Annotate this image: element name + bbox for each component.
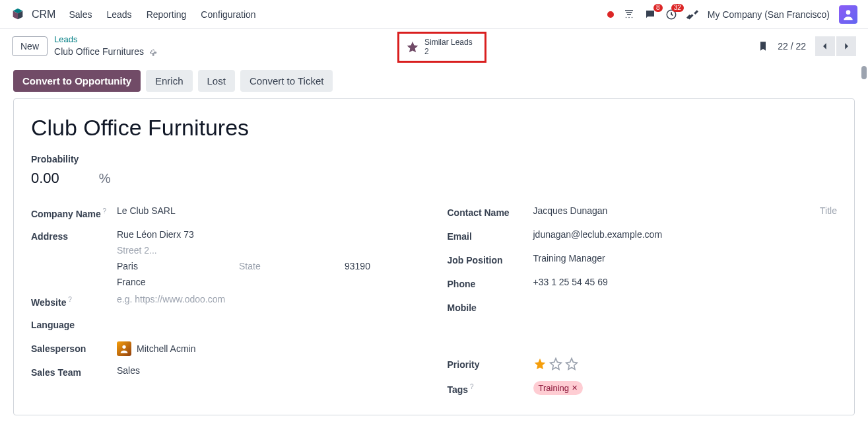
language-label: Language — [31, 318, 117, 330]
scrollbar-thumb[interactable] — [861, 66, 867, 79]
contact-name-label: Contact Name — [448, 205, 533, 218]
state-input[interactable]: State — [239, 261, 345, 271]
svg-point-1 — [628, 17, 630, 18]
svg-point-2 — [632, 17, 633, 18]
star-icon — [406, 40, 419, 53]
street2-input[interactable]: Street 2... — [117, 245, 421, 256]
activities-badge: 32 — [671, 4, 684, 12]
zip-input[interactable]: 93190 — [345, 261, 370, 271]
nav-menu: Sales Leads Reporting Configuration — [69, 9, 255, 20]
pager-text[interactable]: 22 / 22 — [778, 41, 806, 52]
tag-remove-icon[interactable]: ✕ — [572, 384, 578, 392]
form-sheet: Club Office Furnitures Probability 0.00 … — [13, 98, 855, 415]
similar-leads-label: Similar Leads — [424, 38, 473, 47]
phone-label: Phone — [448, 277, 533, 289]
form-columns: Company Name Le Club SARL Address Rue Lé… — [31, 205, 837, 405]
breadcrumb-current: Club Office Furnitures — [54, 46, 157, 57]
salesperson-value[interactable]: Mitchell Acmin — [117, 341, 421, 356]
breadcrumb-parent[interactable]: Leads — [54, 34, 157, 46]
nav-item-sales[interactable]: Sales — [69, 9, 92, 20]
enrich-button[interactable]: Enrich — [146, 70, 193, 92]
probability-value[interactable]: 0.00 — [31, 170, 59, 187]
convert-ticket-button[interactable]: Convert to Ticket — [240, 70, 333, 92]
job-label: Job Position — [448, 253, 533, 265]
svg-point-5 — [122, 345, 125, 349]
recording-indicator-icon — [607, 11, 614, 18]
svg-point-0 — [626, 17, 627, 18]
tools-icon[interactable] — [686, 9, 698, 20]
tags-value[interactable]: Training ✕ — [533, 381, 838, 395]
phone-icon[interactable] — [623, 9, 635, 20]
breadcrumb-current-text: Club Office Furnitures — [54, 46, 144, 57]
app-name[interactable]: CRM — [32, 9, 55, 20]
convert-opportunity-button[interactable]: Convert to Opportunity — [13, 70, 141, 92]
similar-leads-count: 2 — [424, 47, 473, 56]
contact-name-value[interactable]: Jacques Dunagan — [533, 205, 807, 216]
street1-input[interactable]: Rue Léon Dierx 73 — [117, 229, 421, 240]
lost-button[interactable]: Lost — [198, 70, 235, 92]
probability-percent: % — [99, 171, 111, 186]
pager-prev-button[interactable] — [815, 36, 835, 56]
mobile-label: Mobile — [448, 300, 533, 313]
contact-title-input[interactable]: Title — [820, 205, 837, 216]
messages-icon[interactable]: 8 — [644, 9, 656, 20]
user-avatar[interactable] — [839, 5, 857, 24]
salesperson-avatar-icon — [117, 341, 131, 356]
bookmark-icon[interactable] — [758, 41, 768, 52]
company-name-value[interactable]: Le Club SARL — [117, 205, 421, 216]
left-column: Company Name Le Club SARL Address Rue Lé… — [31, 205, 421, 405]
sales-team-label: Sales Team — [31, 365, 117, 378]
svg-point-4 — [846, 10, 851, 15]
subheader: New Leads Club Office Furnitures Similar… — [0, 29, 868, 63]
nav-item-configuration[interactable]: Configuration — [201, 9, 255, 20]
website-input[interactable]: e.g. https://www.odoo.com — [117, 294, 421, 304]
record-title[interactable]: Club Office Furnitures — [31, 115, 837, 141]
city-input[interactable]: Paris — [117, 261, 239, 271]
website-label: Website — [31, 294, 117, 308]
contact-name-row: Jacques Dunagan Title — [533, 205, 838, 216]
tag-training[interactable]: Training ✕ — [533, 381, 583, 395]
phone-value[interactable]: +33 1 25 54 45 69 — [533, 277, 838, 287]
country-input[interactable]: France — [117, 277, 421, 287]
tags-label: Tags — [448, 381, 533, 395]
similar-leads-button[interactable]: Similar Leads 2 — [397, 32, 486, 63]
new-button[interactable]: New — [12, 36, 48, 56]
email-label: Email — [448, 229, 533, 242]
nav-item-reporting[interactable]: Reporting — [147, 9, 187, 20]
job-value[interactable]: Training Manager — [533, 253, 838, 264]
email-value[interactable]: jdunagan@leclub.example.com — [533, 229, 838, 240]
pager-next-button[interactable] — [836, 36, 856, 56]
star-1-icon[interactable] — [533, 357, 547, 370]
subheader-right: 22 / 22 — [758, 36, 856, 56]
topbar-right: 8 32 My Company (San Francisco) — [607, 5, 857, 24]
right-column: Contact Name Jacques Dunagan Title Email… — [448, 205, 838, 405]
company-selector[interactable]: My Company (San Francisco) — [708, 9, 830, 20]
probability-row: 0.00 % — [31, 170, 837, 187]
priority-stars[interactable] — [533, 357, 838, 370]
priority-label: Priority — [448, 357, 533, 370]
topbar: CRM Sales Leads Reporting Configuration … — [0, 0, 868, 29]
gear-icon[interactable] — [148, 47, 157, 56]
activities-icon[interactable]: 32 — [665, 9, 677, 20]
app-logo-icon[interactable] — [11, 7, 25, 22]
sales-team-value[interactable]: Sales — [117, 365, 421, 376]
breadcrumb: Leads Club Office Furnitures — [54, 34, 157, 57]
star-3-icon[interactable] — [565, 357, 578, 370]
messages-badge: 8 — [653, 4, 663, 12]
company-name-label: Company Name — [31, 205, 117, 219]
address-block: Rue Léon Dierx 73 Street 2... Paris Stat… — [117, 229, 421, 287]
salesperson-name: Mitchell Acmin — [137, 343, 195, 354]
salesperson-label: Salesperson — [31, 341, 117, 354]
action-bar: Convert to Opportunity Enrich Lost Conve… — [0, 63, 868, 98]
nav-item-leads[interactable]: Leads — [106, 9, 131, 20]
pager-buttons — [815, 36, 856, 56]
probability-label: Probability — [31, 154, 837, 164]
tag-text: Training — [539, 383, 569, 393]
address-label: Address — [31, 229, 117, 242]
star-2-icon[interactable] — [549, 357, 562, 370]
similar-leads-text: Similar Leads 2 — [424, 38, 473, 57]
